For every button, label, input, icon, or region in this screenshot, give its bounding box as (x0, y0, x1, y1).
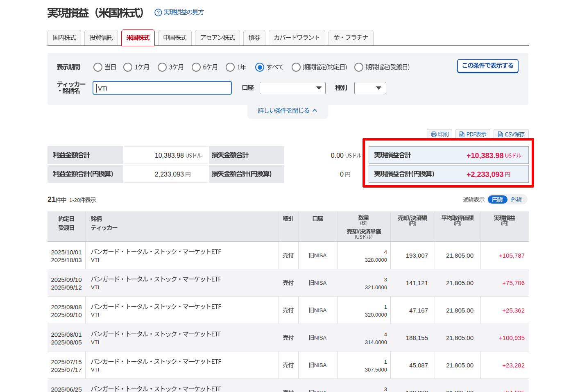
svg-text:CSV: CSV (498, 134, 502, 136)
svg-text:PDF: PDF (460, 134, 463, 136)
svg-text:?: ? (157, 10, 160, 16)
